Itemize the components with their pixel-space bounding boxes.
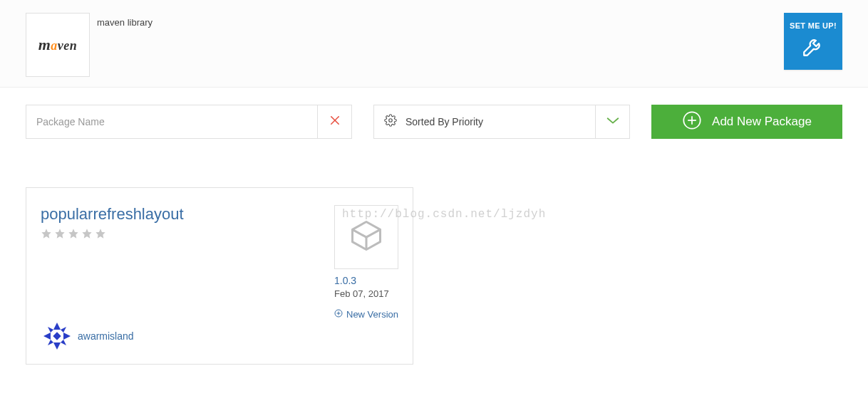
svg-marker-8 <box>68 229 78 238</box>
package-info: popularrefreshlayout <box>41 205 184 242</box>
set-me-up-button[interactable]: SET ME UP! <box>784 13 842 70</box>
svg-point-2 <box>389 119 393 122</box>
card-top: popularrefreshlayout <box>41 205 398 320</box>
svg-marker-7 <box>55 229 64 238</box>
star-icon <box>81 228 93 242</box>
version-thumbnail[interactable] <box>334 205 398 269</box>
star-icon <box>95 228 106 242</box>
plus-circle-icon <box>682 110 702 134</box>
gear-icon <box>384 114 397 130</box>
svg-marker-10 <box>95 229 105 238</box>
wrench-icon <box>801 34 825 61</box>
rating-stars[interactable] <box>41 228 184 242</box>
maven-logo[interactable]: maven <box>26 13 90 77</box>
chevron-down-icon <box>605 113 621 131</box>
clear-search-button[interactable] <box>317 105 351 138</box>
svg-marker-9 <box>82 229 91 238</box>
header-bar: maven maven library SET ME UP! <box>0 0 868 88</box>
sort-caret-button[interactable] <box>595 105 629 138</box>
sort-dropdown[interactable]: Sorted By Priority <box>373 105 630 139</box>
set-me-up-label: SET ME UP! <box>790 21 837 30</box>
header-left: maven maven library <box>26 13 153 77</box>
maven-logo-text: maven <box>38 36 78 54</box>
library-title: maven library <box>97 13 153 28</box>
package-card[interactable]: popularrefreshlayout <box>26 187 413 365</box>
close-icon <box>329 114 341 130</box>
add-new-package-button[interactable]: Add New Package <box>651 105 842 139</box>
svg-marker-11 <box>353 222 381 238</box>
sort-main[interactable]: Sorted By Priority <box>374 105 595 138</box>
add-new-package-label: Add New Package <box>712 115 812 129</box>
package-box-icon <box>348 217 385 257</box>
version-number[interactable]: 1.0.3 <box>334 275 398 286</box>
package-name[interactable]: popularrefreshlayout <box>41 205 184 224</box>
sort-label: Sorted By Priority <box>405 116 483 127</box>
search-container <box>26 105 352 139</box>
svg-marker-6 <box>41 229 51 238</box>
plus-circle-small-icon <box>334 309 343 320</box>
owner-name[interactable]: awarmisland <box>78 330 134 342</box>
new-version-label: New Version <box>346 309 398 320</box>
version-date: Feb 07, 2017 <box>334 288 398 299</box>
star-icon <box>54 228 66 242</box>
toolbar: Sorted By Priority Add New Package <box>0 88 868 139</box>
star-icon <box>68 228 79 242</box>
package-name-input[interactable] <box>26 105 317 138</box>
star-icon <box>41 228 52 242</box>
new-version-link[interactable]: New Version <box>334 309 398 320</box>
package-list: popularrefreshlayout <box>0 139 868 386</box>
owner-avatar[interactable] <box>41 320 73 352</box>
version-block: 1.0.3 Feb 07, 2017 New Version <box>334 205 398 320</box>
card-owner-row: awarmisland <box>41 320 398 352</box>
